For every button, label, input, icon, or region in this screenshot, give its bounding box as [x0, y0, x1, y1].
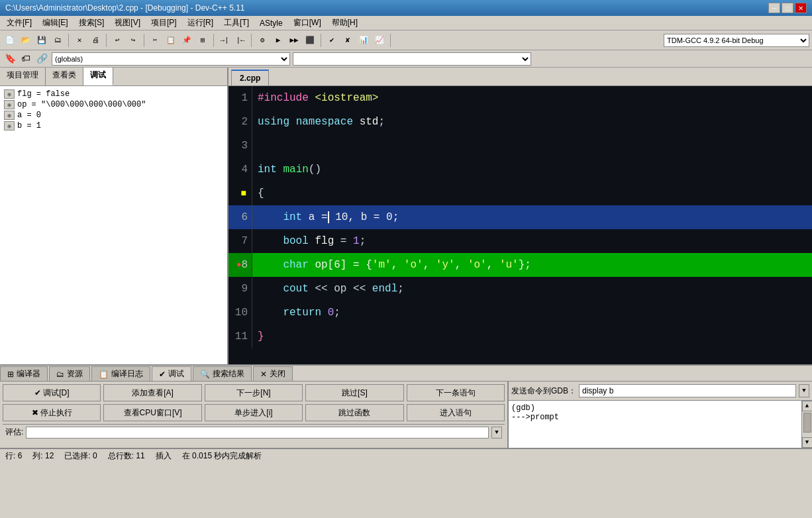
select-all-button[interactable]: ⊞: [195, 33, 210, 48]
debug-arrow-icon: ■: [241, 188, 246, 199]
tab-project-manager[interactable]: 项目管理: [0, 68, 46, 85]
var-icon-2: ◉: [4, 111, 15, 120]
line-num-9: 9: [228, 277, 252, 301]
scroll-thumb[interactable]: [803, 413, 811, 433]
close-file-button[interactable]: ✕: [72, 33, 87, 48]
scroll-down-button[interactable]: ▼: [802, 437, 813, 448]
line-content-4[interactable]: int main(): [252, 158, 812, 181]
function-toolbar: 🔖 🏷 🔗 (globals): [0, 50, 812, 68]
line-content-5[interactable]: {: [252, 181, 812, 205]
line-content-10[interactable]: return 0;: [252, 301, 812, 325]
tab-debug[interactable]: 调试: [83, 68, 113, 85]
tab-search-results[interactable]: 🔍 搜索结果: [193, 366, 252, 381]
globals-select[interactable]: (globals): [52, 52, 290, 66]
menu-tools[interactable]: 工具[T]: [220, 16, 253, 30]
gdb-scrollbar[interactable]: ▲ ▼: [801, 401, 812, 448]
tab-compiler[interactable]: ⊞ 编译器: [0, 366, 48, 381]
line-content-1[interactable]: #include <iostream>: [252, 86, 812, 110]
code-editor[interactable]: 1 #include <iostream> 2 using namespace …: [228, 86, 812, 364]
gdb-panel: 发送命令到GDB： ▼ (gdb) --->prompt ▲ ▼: [507, 382, 812, 448]
view-cpu-button[interactable]: 查看CPU窗口[V]: [103, 404, 201, 421]
debug-row-1: ✔ 调试[D] 添加查看[A] 下一步[N] 跳过[S] 下一条语句: [3, 384, 505, 401]
eval-input[interactable]: [26, 427, 489, 439]
line-content-3[interactable]: [252, 134, 812, 158]
check-button[interactable]: ✔: [325, 33, 339, 48]
stop-execution-button[interactable]: ✖ 停止执行: [3, 404, 101, 421]
redo-button[interactable]: ↪: [126, 33, 140, 48]
compile-run-button[interactable]: ▶▶: [287, 33, 301, 48]
code-line-6: 6 int a =| 10, b = 0;: [228, 205, 812, 229]
line-content-8[interactable]: char op[6] = {'m', 'o', 'y', 'o', 'u'};: [252, 253, 812, 277]
tab-debug-active[interactable]: ✔ 调试: [152, 366, 191, 381]
gdb-input-row: 发送命令到GDB： ▼: [509, 382, 812, 401]
menu-edit[interactable]: 编辑[E]: [38, 16, 72, 30]
copy-button[interactable]: 📋: [164, 33, 178, 48]
eval-label: 评估:: [5, 427, 23, 438]
bookmark-button[interactable]: 🔖: [3, 52, 17, 66]
error-button[interactable]: ✘: [340, 33, 355, 48]
new-file-button[interactable]: 📄: [3, 33, 17, 48]
menu-astyle[interactable]: AStyle: [256, 17, 287, 29]
compile-button[interactable]: ⚙: [255, 33, 270, 48]
line-content-2[interactable]: using namespace std;: [252, 110, 812, 134]
line-content-6[interactable]: int a =| 10, b = 0;: [252, 205, 812, 229]
stop-button[interactable]: ⬛: [303, 33, 317, 48]
debug-start-button[interactable]: ✔ 调试[D]: [3, 384, 101, 401]
add-watch-button[interactable]: 添加查看[A]: [103, 384, 201, 401]
code-line-4: 4 int main(): [228, 158, 812, 181]
scroll-up-button[interactable]: ▲: [802, 401, 813, 411]
next-step-button[interactable]: 下一步[N]: [205, 384, 303, 401]
tag-button[interactable]: 🏷: [19, 52, 33, 66]
indent-button[interactable]: →|: [217, 33, 232, 48]
line-num-6: 6: [228, 205, 252, 229]
file-tab-cpp[interactable]: 2.cpp: [231, 70, 269, 85]
menu-project[interactable]: 项目[P]: [147, 16, 181, 30]
toolbar-sep-2: [106, 34, 107, 47]
tab-class-browser[interactable]: 查看类: [46, 68, 83, 85]
line-content-11[interactable]: }: [252, 325, 812, 348]
menu-run[interactable]: 运行[R]: [183, 16, 217, 30]
maximize-button[interactable]: □: [782, 3, 793, 13]
tab-compile-log[interactable]: 📋 编译日志: [91, 366, 150, 381]
menu-file[interactable]: 文件[F]: [3, 16, 36, 30]
enter-statement-button[interactable]: 进入语句: [407, 404, 505, 421]
close-button[interactable]: ✕: [795, 3, 807, 13]
unindent-button[interactable]: |←: [233, 33, 248, 48]
skip-function-button[interactable]: 跳过函数: [305, 404, 403, 421]
cut-button[interactable]: ✂: [148, 33, 162, 48]
function-select[interactable]: [293, 52, 531, 66]
minimize-button[interactable]: ─: [768, 3, 780, 13]
tab-resources[interactable]: 🗂 资源: [49, 366, 90, 381]
toolbar-sep-4: [213, 34, 214, 47]
line-content-9[interactable]: cout << op << endl;: [252, 277, 812, 301]
eval-dropdown-button[interactable]: ▼: [491, 427, 502, 439]
paste-button[interactable]: 📌: [179, 33, 194, 48]
menu-window[interactable]: 窗口[W]: [289, 16, 325, 30]
skip-button[interactable]: 跳过[S]: [305, 384, 403, 401]
print-button[interactable]: 🖨: [88, 33, 103, 48]
menu-search[interactable]: 搜索[S]: [75, 16, 109, 30]
open-file-button[interactable]: 📂: [19, 33, 33, 48]
step-into-button[interactable]: 单步进入[i]: [205, 404, 303, 421]
menu-view[interactable]: 视图[V]: [111, 16, 144, 30]
code-line-7: 7 bool flg = 1;: [228, 229, 812, 253]
gdb-command-input[interactable]: [579, 384, 796, 397]
save-button[interactable]: 💾: [34, 33, 49, 48]
profile-button[interactable]: 📈: [372, 33, 387, 48]
close-tabs-icon: ✕: [260, 370, 267, 379]
undo-button[interactable]: ↩: [110, 33, 125, 48]
gdb-dropdown-button[interactable]: ▼: [799, 384, 809, 397]
next-statement-button[interactable]: 下一条语句: [407, 384, 505, 401]
line-content-7[interactable]: bool flg = 1;: [252, 229, 812, 253]
line-num-1: 1: [228, 86, 252, 110]
main-layout: ◉ flg = false ◉ op = "\000\000\000\000\0…: [0, 86, 812, 364]
compiler-select[interactable]: TDM-GCC 4.9.2 64-bit Debug: [664, 34, 809, 47]
save-all-button[interactable]: 🗂: [50, 33, 65, 48]
debug-var-3: ◉ b = 1: [3, 121, 225, 131]
chart-button[interactable]: 📊: [356, 33, 371, 48]
nav-button[interactable]: 🔗: [34, 52, 49, 66]
status-parse-time: 在 0.015 秒内完成解析: [182, 450, 262, 462]
menu-help[interactable]: 帮助[H]: [328, 16, 362, 30]
run-button[interactable]: ▶: [271, 33, 285, 48]
tab-close[interactable]: ✕ 关闭: [253, 366, 293, 381]
